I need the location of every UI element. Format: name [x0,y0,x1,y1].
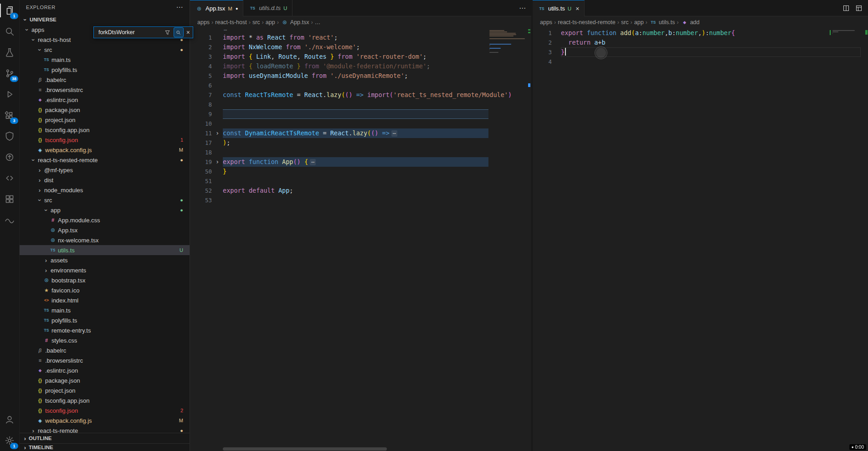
file-item-project.json[interactable]: {}project.json [20,385,190,395]
folder-item-@mf-types[interactable]: ›@mf-types [20,165,190,175]
file-item-tsconfig.json[interactable]: {}tsconfig.json2 [20,405,190,415]
outline-section[interactable]: › OUTLINE [20,433,190,443]
explorer-icon[interactable]: 1 [0,0,19,21]
breadcrumb-item[interactable]: App.tsx [290,19,309,26]
file-item-utils.ts[interactable]: TSutils.tsU [20,245,190,255]
file-item-project.json[interactable]: {}project.json [20,115,190,125]
file-item-.browserslistrc[interactable]: ≡.browserslistrc [20,355,190,365]
file-item-favicon.ico[interactable]: ★favicon.ico [20,285,190,295]
folder-item-assets[interactable]: ›assets [20,255,190,265]
file-item-App.tsx[interactable]: ⊛App.tsx [20,225,190,235]
code-console-icon[interactable] [0,168,19,189]
code-line[interactable]: 2import NxWelcome from './nx-welcome'; [190,42,531,52]
file-item-main.ts[interactable]: TSmain.ts [20,305,190,315]
code-line[interactable]: 3} [533,47,868,57]
breadcrumb-item[interactable]: react-ts-nested-remote [558,19,615,26]
more-actions-icon[interactable]: ⋯ [176,3,183,11]
file-item-App.module.css[interactable]: #App.module.css [20,215,190,225]
file-item-package.json[interactable]: {}package.json [20,375,190,385]
run-debug-icon[interactable] [0,84,19,105]
settings-icon[interactable]: 1 [0,430,19,451]
code-line[interactable]: 1export function add(a:number,b:number,)… [533,28,868,38]
code-line[interactable]: 10 [190,119,531,128]
tab-App.tsx[interactable]: ⊛App.tsxM● [190,0,243,16]
file-item-styles.css[interactable]: #styles.css [20,335,190,345]
code-line[interactable]: 19›export function App() {⋯ [190,157,531,167]
file-item-.babelrc[interactable]: β.babelrc [20,75,190,85]
account-icon[interactable] [0,409,19,430]
file-item-.browserslistrc[interactable]: ≡.browserslistrc [20,85,190,95]
file-item-webpack.config.js[interactable]: ◈webpack.config.jsM [20,145,190,155]
layout-icon[interactable] [855,5,863,12]
split-editor-icon[interactable] [842,5,850,12]
code-editor[interactable]: 1export function add(a:number,b:number,)… [533,28,868,451]
breadcrumb-item[interactable]: src [621,19,629,26]
folder-item-dist[interactable]: ›dist [20,175,190,185]
filter-icon[interactable] [163,28,172,37]
breadcrumb-item[interactable]: app [266,19,275,26]
filter-toggle-icon[interactable] [174,27,184,37]
extensions-icon[interactable]: 3 [0,105,19,126]
folder-item-environments[interactable]: ›environments [20,265,190,275]
file-item-.eslintrc.json[interactable]: ◆.eslintrc.json [20,95,190,105]
code-line[interactable]: 50} [190,167,531,176]
breadcrumb-item[interactable]: react-ts-host [215,19,247,26]
breadcrumb-item[interactable]: … [315,19,321,26]
code-line[interactable]: 1import * as React from 'react'; [190,33,531,42]
file-item-bootstrap.tsx[interactable]: ⊛bootstrap.tsx [20,275,190,285]
code-line[interactable]: 8 [190,100,531,109]
code-line[interactable]: 3import { Link, Route, Routes } from 're… [190,52,531,62]
file-item-tsconfig.json[interactable]: {}tsconfig.json1 [20,135,190,145]
code-line[interactable]: 5import useDynamicModule from './useDyna… [190,71,531,81]
minimap[interactable] [488,30,527,55]
more-icon[interactable]: ⋯ [519,4,526,12]
file-item-remote-entry.ts[interactable]: TSremote-entry.ts [20,325,190,335]
shield-icon[interactable] [0,126,19,147]
find-input[interactable] [98,29,162,36]
workspace-section-header[interactable]: › UNIVERSE [20,15,190,25]
file-item-nx-welcome.tsx[interactable]: ⊛nx-welcome.tsx [20,235,190,245]
tab-utils.ts[interactable]: TSutils.tsU× [533,0,585,16]
close-icon[interactable]: × [185,29,191,36]
scribble-icon[interactable] [0,210,19,231]
file-item-webpack.config.js[interactable]: ◈webpack.config.jsM [20,415,190,425]
code-line[interactable]: 7const ReactTsRemote = React.lazy(() => … [190,90,531,100]
code-line[interactable]: 51 [190,176,531,186]
code-line[interactable]: 11›const DynamicReactTsRemote = React.la… [190,128,531,138]
file-item-polyfills.ts[interactable]: TSpolyfills.ts [20,315,190,325]
minimap[interactable] [832,30,860,36]
file-item-index.html[interactable]: <>index.html [20,295,190,305]
fold-collapsed-icon[interactable]: › [212,128,223,138]
file-item-package.json[interactable]: {}package.json [20,105,190,115]
file-item-.eslintrc.json[interactable]: ◆.eslintrc.json [20,365,190,375]
folder-item-src[interactable]: ›src● [20,45,190,55]
timeline-section[interactable]: › TIMELINE [20,443,190,451]
file-item-tsconfig.app.json[interactable]: {}tsconfig.app.json [20,395,190,405]
folder-item-app[interactable]: ›app● [20,205,190,215]
breadcrumb-item[interactable]: utils.ts [659,19,675,26]
code-line[interactable]: 17); [190,138,531,148]
file-item-.babelrc[interactable]: β.babelrc [20,345,190,355]
fold-collapsed-icon[interactable]: › [212,157,223,167]
beaker-icon[interactable] [0,42,19,63]
code-line[interactable]: 6 [190,81,531,90]
remote-icon[interactable] [0,147,19,168]
code-line[interactable]: 53 [190,195,531,205]
search-icon[interactable] [0,21,19,42]
code-line[interactable]: 18 [190,148,531,157]
code-line[interactable]: 2 return a+b [533,38,868,47]
breadcrumb-item[interactable]: src [252,19,260,26]
code-line[interactable]: 4import { loadRemote } from '@module-fed… [190,62,531,71]
code-editor[interactable]: ⋯ 1import * as React from 'react';2impor… [190,28,531,451]
code-line[interactable]: 4 [533,57,868,67]
code-line[interactable]: 9 [190,109,531,119]
file-item-tsconfig.app.json[interactable]: {}tsconfig.app.json [20,125,190,135]
tab-utils.d.ts[interactable]: TSutils.d.tsU [243,0,293,16]
source-control-icon[interactable]: 38 [0,63,19,84]
horizontal-scrollbar[interactable] [223,447,387,451]
breadcrumb-item[interactable]: apps [197,19,210,26]
breadcrumb-item[interactable]: add [690,19,699,26]
folder-item-node_modules[interactable]: ›node_modules [20,185,190,195]
folder-item-src[interactable]: ›src● [20,195,190,205]
file-item-polyfills.ts[interactable]: TSpolyfills.ts [20,65,190,75]
